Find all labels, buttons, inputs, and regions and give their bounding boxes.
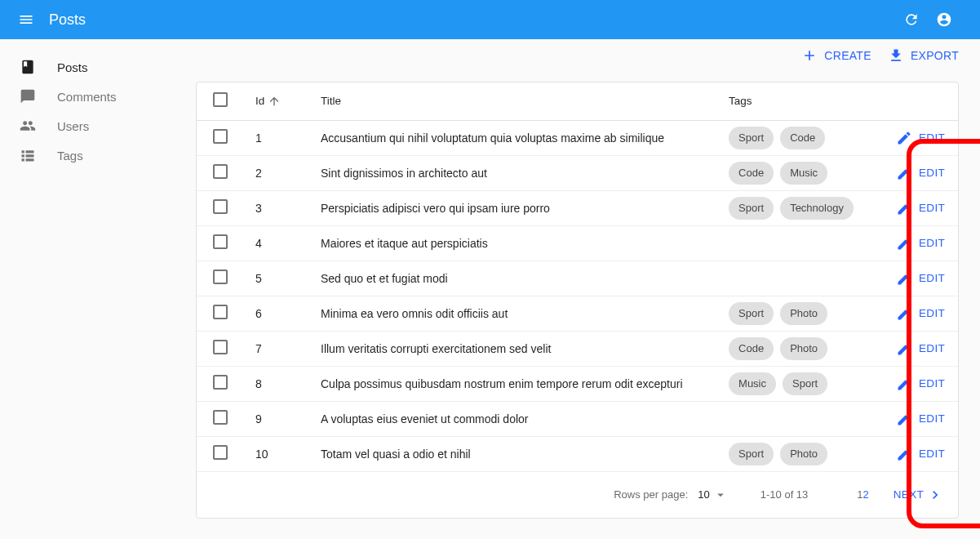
edit-button[interactable]: EDIT bbox=[896, 341, 945, 357]
edit-button[interactable]: EDIT bbox=[896, 411, 945, 427]
tag-chip[interactable]: Sport bbox=[783, 372, 827, 395]
sidebar-item-label: Posts bbox=[57, 60, 88, 74]
pagination: Rows per page: 10 1-10 of 13 12 NEXT bbox=[197, 472, 958, 518]
row-checkbox[interactable] bbox=[213, 199, 228, 214]
sidebar-item-label: Comments bbox=[57, 90, 117, 104]
table-row[interactable]: 4Maiores et itaque aut perspiciatisEDIT bbox=[197, 225, 958, 261]
account-button[interactable] bbox=[928, 3, 960, 36]
row-title: Perspiciatis adipisci vero qui ipsam iur… bbox=[308, 190, 716, 225]
create-label: CREATE bbox=[824, 49, 871, 62]
sidebar-item-label: Tags bbox=[57, 149, 83, 163]
sidebar: PostsCommentsUsersTags bbox=[0, 39, 196, 539]
chevron-right-icon bbox=[927, 487, 943, 503]
sidebar-item-tags[interactable]: Tags bbox=[7, 140, 189, 170]
row-checkbox[interactable] bbox=[213, 234, 228, 249]
users-icon bbox=[18, 116, 38, 136]
edit-button[interactable]: EDIT bbox=[896, 376, 945, 392]
edit-button[interactable]: EDIT bbox=[896, 130, 945, 146]
row-title: Minima ea vero omnis odit officiis aut bbox=[308, 296, 716, 331]
row-tags bbox=[716, 261, 883, 296]
dropdown-icon bbox=[713, 488, 728, 502]
row-checkbox[interactable] bbox=[213, 305, 228, 319]
rows-per-page-label: Rows per page: bbox=[614, 488, 688, 501]
tag-chip[interactable]: Photo bbox=[780, 337, 827, 360]
edit-label: EDIT bbox=[919, 131, 945, 144]
tag-chip[interactable]: Sport bbox=[729, 302, 774, 325]
row-title: Culpa possimus quibusdam nostrum enim te… bbox=[308, 366, 716, 401]
tag-chip[interactable]: Sport bbox=[729, 197, 774, 220]
row-checkbox[interactable] bbox=[213, 129, 228, 144]
row-checkbox[interactable] bbox=[213, 164, 228, 179]
tag-chip[interactable]: Sport bbox=[729, 443, 774, 466]
export-button[interactable]: EXPORT bbox=[888, 47, 959, 64]
tag-chip[interactable]: Code bbox=[780, 127, 825, 149]
tag-chip[interactable]: Photo bbox=[780, 302, 827, 325]
pencil-icon bbox=[896, 305, 912, 322]
table-row[interactable]: 1Accusantium qui nihil voluptatum quia v… bbox=[197, 120, 958, 155]
edit-button[interactable]: EDIT bbox=[896, 165, 945, 181]
header-title[interactable]: Title bbox=[308, 82, 716, 120]
tag-chip[interactable]: Code bbox=[729, 162, 774, 185]
pencil-icon bbox=[896, 130, 912, 146]
header-id[interactable]: Id bbox=[242, 82, 308, 120]
edit-button[interactable]: EDIT bbox=[896, 305, 945, 322]
tag-chip[interactable]: Photo bbox=[780, 443, 827, 466]
row-checkbox[interactable] bbox=[213, 375, 228, 390]
tag-chip[interactable]: Music bbox=[729, 372, 776, 395]
table-row[interactable]: 2Sint dignissimos in architecto autCodeM… bbox=[197, 155, 958, 190]
tag-chip[interactable]: Sport bbox=[729, 127, 774, 149]
rows-per-page-select[interactable]: 10 bbox=[698, 488, 727, 502]
edit-label: EDIT bbox=[919, 202, 945, 214]
table-row[interactable]: 3Perspiciatis adipisci vero qui ipsam iu… bbox=[197, 190, 958, 225]
row-checkbox[interactable] bbox=[213, 445, 228, 460]
row-checkbox[interactable] bbox=[213, 340, 228, 354]
refresh-button[interactable] bbox=[895, 3, 928, 36]
arrow-up-icon bbox=[268, 95, 281, 108]
plus-icon bbox=[801, 47, 818, 64]
download-icon bbox=[888, 47, 904, 64]
table-row[interactable]: 8Culpa possimus quibusdam nostrum enim t… bbox=[197, 366, 958, 401]
page-2[interactable]: 2 bbox=[863, 488, 869, 501]
edit-label: EDIT bbox=[919, 448, 945, 460]
table-row[interactable]: 9A voluptas eius eveniet ut commodi dolo… bbox=[197, 401, 958, 436]
table-row[interactable]: 6Minima ea vero omnis odit officiis autS… bbox=[197, 296, 958, 331]
edit-label: EDIT bbox=[919, 377, 945, 390]
create-button[interactable]: CREATE bbox=[801, 47, 871, 64]
edit-label: EDIT bbox=[919, 342, 945, 354]
table-row[interactable]: 10Totam vel quasi a odio et nihilSportPh… bbox=[197, 436, 958, 471]
refresh-icon bbox=[903, 11, 920, 28]
row-id: 9 bbox=[242, 401, 308, 436]
edit-button[interactable]: EDIT bbox=[896, 235, 945, 252]
row-title: Sint dignissimos in architecto aut bbox=[308, 155, 716, 190]
edit-button[interactable]: EDIT bbox=[896, 200, 945, 216]
content: CREATE EXPORT Id bbox=[196, 39, 980, 539]
pencil-icon bbox=[896, 165, 912, 181]
edit-label: EDIT bbox=[919, 272, 945, 284]
row-id: 4 bbox=[242, 225, 308, 261]
menu-button[interactable] bbox=[10, 3, 42, 36]
edit-label: EDIT bbox=[919, 167, 945, 179]
pencil-icon bbox=[896, 200, 912, 216]
row-title: Sed quo et et fugiat modi bbox=[308, 261, 716, 296]
next-button[interactable]: NEXT bbox=[894, 487, 943, 503]
table-row[interactable]: 5Sed quo et et fugiat modiEDIT bbox=[197, 261, 958, 296]
table-row[interactable]: 7Illum veritatis corrupti exercitationem… bbox=[197, 331, 958, 366]
page-1[interactable]: 1 bbox=[857, 488, 862, 501]
pencil-icon bbox=[896, 376, 912, 392]
tag-chip[interactable]: Code bbox=[729, 337, 774, 360]
edit-button[interactable]: EDIT bbox=[896, 270, 945, 287]
tag-chip[interactable]: Music bbox=[780, 162, 827, 185]
header-tags[interactable]: Tags bbox=[716, 82, 883, 120]
row-checkbox[interactable] bbox=[213, 410, 228, 425]
select-all-checkbox[interactable] bbox=[213, 92, 228, 107]
row-tags: SportCode bbox=[716, 120, 883, 155]
edit-button[interactable]: EDIT bbox=[896, 446, 945, 462]
tag-chip[interactable]: Technology bbox=[780, 197, 854, 220]
row-checkbox[interactable] bbox=[213, 270, 228, 284]
sidebar-item-comments[interactable]: Comments bbox=[7, 82, 189, 111]
sidebar-item-posts[interactable]: Posts bbox=[7, 52, 189, 82]
pencil-icon bbox=[896, 270, 912, 287]
pencil-icon bbox=[896, 411, 912, 427]
sidebar-item-users[interactable]: Users bbox=[7, 111, 189, 140]
row-title: Totam vel quasi a odio et nihil bbox=[308, 436, 716, 471]
